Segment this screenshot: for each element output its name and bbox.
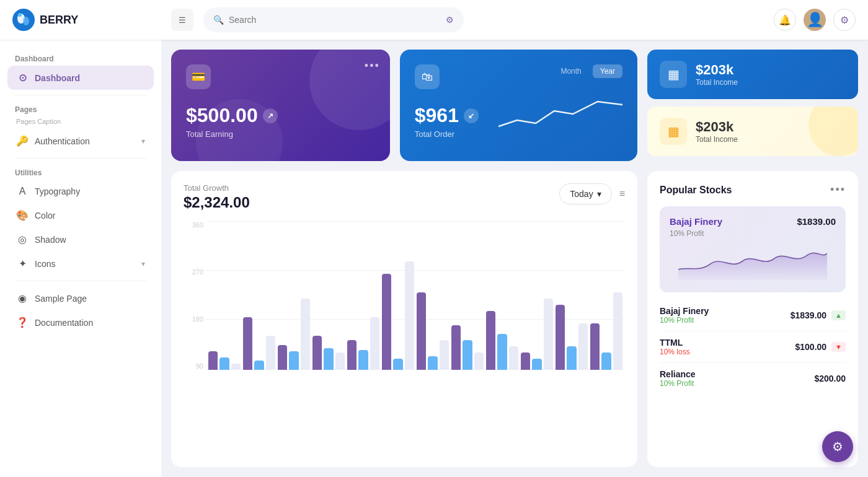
dashboard-icon: ⊙ — [16, 72, 29, 84]
stock-price-ttml: $100.00 — [795, 342, 827, 352]
bar — [243, 317, 252, 370]
year-tab[interactable]: Year — [593, 64, 622, 78]
bar — [486, 311, 495, 370]
bar — [567, 346, 576, 370]
bar-group-2 — [243, 317, 275, 370]
earning-label: Total Earning — [186, 129, 375, 139]
bar — [278, 345, 287, 370]
stock-profit-reliance: 10% Profit — [660, 379, 696, 388]
fab-button[interactable]: ⚙ — [822, 431, 853, 462]
bar — [521, 352, 530, 370]
bar — [219, 357, 229, 370]
gear-icon: ⚙ — [840, 14, 849, 26]
bar — [382, 274, 391, 370]
sidebar-item-typography[interactable]: A Typography — [7, 180, 154, 203]
stocks-title: Popular Stocks — [660, 185, 732, 196]
sidebar-section-dashboard: Dashboard — [7, 50, 154, 66]
logo-icon — [12, 9, 35, 31]
y-label-360: 360 — [184, 221, 203, 229]
bar-group-4 — [312, 336, 345, 370]
featured-stock-chart — [670, 243, 836, 280]
auth-icon: 🔑 — [16, 135, 29, 147]
chart-menu-icon[interactable]: ≡ — [619, 188, 625, 199]
main-layout: Dashboard ⊙ Dashboard Pages Pages Captio… — [0, 40, 868, 477]
menu-icon: ☰ — [179, 15, 186, 25]
bar — [254, 361, 264, 370]
sidebar-item-color[interactable]: 🎨 Color — [7, 203, 154, 227]
stocks-header: Popular Stocks ••• — [660, 183, 846, 196]
income-amount-yellow: $203k — [696, 119, 738, 135]
stock-price-reliance: $200.00 — [814, 374, 846, 383]
bar-group-12 — [590, 292, 622, 370]
stocks-menu-icon[interactable]: ••• — [830, 183, 846, 196]
pages-caption: Pages Caption — [7, 116, 154, 129]
order-amount: $961 ↙ — [415, 104, 479, 127]
stock-info-ttml: TTML 10% loss — [660, 338, 690, 356]
month-tab[interactable]: Month — [553, 64, 588, 78]
bar — [266, 336, 275, 370]
y-label-270: 270 — [184, 268, 203, 276]
divider — [15, 95, 146, 95]
bar — [556, 305, 565, 370]
stock-badge-ttml: ▼ — [831, 342, 846, 352]
order-card-top: 🛍 Month Year — [415, 64, 622, 89]
order-trend-icon: ↙ — [464, 108, 479, 123]
income-label-blue: Total Income — [696, 78, 738, 87]
stock-name-reliance: Reliance — [660, 369, 696, 379]
stock-row-reliance: Reliance 10% Profit $200.00 — [660, 363, 846, 394]
month-year-tabs: Month Year — [553, 64, 622, 78]
y-label-180: 180 — [184, 315, 203, 323]
sidebar-section-pages: Pages — [7, 100, 154, 116]
stock-right-reliance: $200.00 — [814, 374, 846, 383]
divider2 — [15, 158, 146, 159]
bar — [451, 325, 461, 370]
sidebar-item-shadow[interactable]: ◎ Shadow — [7, 227, 154, 252]
filter-icon[interactable]: ⚙ — [446, 15, 454, 25]
order-icon: 🛍 — [415, 64, 440, 89]
income-card-blue: ▦ $203k Total Income — [647, 50, 858, 99]
search-icon: 🔍 — [213, 15, 224, 25]
stock-row-bajaj: Bajaj Finery 10% Profit $1839.00 ▲ — [660, 300, 846, 331]
bar — [405, 261, 414, 370]
bar-group-6 — [382, 261, 414, 370]
bar-group-8 — [451, 325, 484, 370]
settings-button[interactable]: ⚙ — [833, 9, 856, 31]
sidebar-item-documentation[interactable]: ❓ Documentation — [7, 310, 154, 335]
featured-stock-price: $1839.00 — [797, 216, 836, 227]
sample-icon: ◉ — [16, 292, 29, 304]
header: BERRY ☰ 🔍 ⚙ 🔔 👤 ⚙ — [0, 0, 868, 40]
sidebar-item-authentication[interactable]: 🔑 Authentication ▾ — [7, 129, 154, 153]
chevron-down-icon: ▾ — [141, 137, 145, 146]
bar-group-11 — [556, 305, 588, 370]
sidebar-item-dashboard[interactable]: ⊙ Dashboard — [7, 66, 154, 90]
y-label-90: 90 — [184, 362, 203, 370]
today-button[interactable]: Today ▾ — [559, 183, 611, 204]
earning-card: 💳 ••• $500.00 ↗ Total Earning — [171, 50, 390, 161]
bar-group-7 — [417, 292, 449, 370]
bar — [417, 292, 426, 370]
search-input[interactable] — [229, 15, 441, 25]
notification-button[interactable]: 🔔 — [774, 9, 796, 31]
bar-group-9 — [486, 311, 518, 370]
icons-icon: ✦ — [16, 258, 29, 269]
sidebar-item-icons[interactable]: ✦ Icons ▾ — [7, 252, 154, 276]
stock-right-ttml: $100.00 ▼ — [795, 342, 846, 352]
chart-amount: $2,324.00 — [184, 194, 250, 211]
bar — [335, 352, 345, 370]
featured-stock-header: Bajaj Finery $1839.00 — [670, 216, 836, 227]
sidebar-item-sample-page[interactable]: ◉ Sample Page — [7, 286, 154, 310]
bar — [428, 356, 437, 370]
docs-icon: ❓ — [16, 317, 29, 328]
divider3 — [15, 281, 146, 281]
earning-dots-menu[interactable]: ••• — [365, 59, 380, 72]
stock-badge-bajaj: ▲ — [831, 310, 846, 320]
income-amount-blue: $203k — [696, 62, 738, 78]
bar — [613, 292, 622, 370]
bar — [463, 340, 472, 370]
menu-button[interactable]: ☰ — [171, 9, 193, 31]
bar — [324, 348, 333, 370]
top-cards-row: 💳 ••• $500.00 ↗ Total Earning 🛍 Month Ye… — [171, 50, 858, 161]
order-wave-chart — [498, 89, 622, 139]
shadow-icon: ◎ — [16, 234, 29, 245]
order-card-content: $961 ↙ Total Order — [415, 89, 622, 139]
